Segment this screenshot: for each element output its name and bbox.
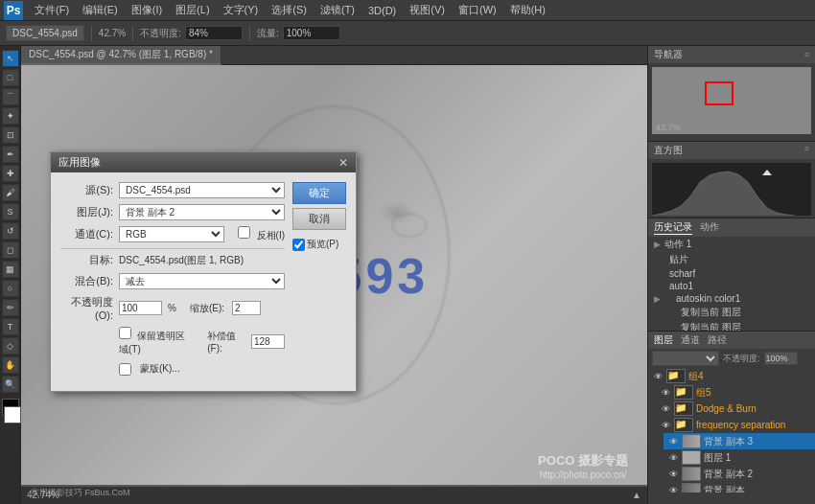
background-color[interactable] <box>4 406 21 424</box>
opacity-value-input[interactable] <box>119 301 162 315</box>
menu-layer[interactable]: 图层(L) <box>170 1 215 19</box>
layer-eye-bg3[interactable]: 👁 <box>667 436 679 447</box>
tool-history-brush[interactable]: ↺ <box>2 222 19 240</box>
watermark-line2: http://photo.poco.cn/ <box>538 470 628 480</box>
mask-checkbox[interactable] <box>119 363 131 376</box>
tool-shape[interactable]: ◇ <box>2 337 19 355</box>
menu-file[interactable]: 文件(F) <box>29 1 75 19</box>
toolbar-file[interactable]: DSC_4554.psd <box>6 25 84 41</box>
tool-dodge[interactable]: ○ <box>2 280 19 297</box>
action-tab[interactable]: 动作 <box>700 220 719 235</box>
layer-row-group5[interactable]: 👁 📁 组5 <box>656 384 815 401</box>
tool-heal[interactable]: ✚ <box>2 165 19 182</box>
tool-brush[interactable]: 🖌 <box>2 184 19 201</box>
tool-gradient[interactable]: ▦ <box>2 261 19 278</box>
menu-help[interactable]: 帮助(H) <box>504 1 551 19</box>
layer-thumb-bg2 <box>682 467 701 481</box>
svg-marker-4 <box>762 170 772 175</box>
preserve-checkbox[interactable] <box>119 327 131 339</box>
source-select[interactable]: DSC_4554.psd <box>119 182 285 198</box>
history-item-3[interactable]: auto1 <box>648 280 815 292</box>
file-tab[interactable]: DSC_4554.psd @ 42.7% (图层 1, RGB/8) * <box>21 46 221 65</box>
channels-tab[interactable]: 通道 <box>681 333 700 347</box>
layer-eye-group4[interactable]: 👁 <box>652 371 664 382</box>
layer-row-bg2[interactable]: 👁 背景 副本 2 <box>664 466 815 482</box>
tool-crop[interactable]: ⊡ <box>2 126 19 144</box>
preserve-label: 保留透明区域(T) <box>119 327 192 356</box>
navigator-panel: 导航器 ≡ 42.7% <box>648 46 815 142</box>
layer-row-bg3[interactable]: 👁 背景 副本 3 <box>664 433 815 449</box>
menu-window[interactable]: 窗口(W) <box>453 1 502 19</box>
history-tab[interactable]: 历史记录 <box>654 220 692 235</box>
layer-row-db[interactable]: 👁 📁 Dodge & Burn <box>656 401 815 417</box>
history-item-0[interactable]: ▶ 动作 1 <box>648 237 815 252</box>
preview-checkbox[interactable] <box>292 239 305 251</box>
blend-select[interactable]: 减去 <box>119 273 285 289</box>
histogram-canvas <box>652 163 811 216</box>
opacity-row: 不透明度(O): % 缩放(E): <box>60 295 285 321</box>
menu-filter[interactable]: 滤镜(T) <box>314 1 361 19</box>
dialog-close-button[interactable]: ✕ <box>338 156 348 170</box>
histogram-options[interactable]: ≡ <box>804 144 809 157</box>
history-item-5[interactable]: 复制当前 图层 <box>648 305 815 320</box>
dialog-buttons: 确定 取消 预览(P) <box>292 182 346 381</box>
layer-eye-bgcopy[interactable]: 👁 <box>667 485 679 493</box>
tool-magic-wand[interactable]: ✦ <box>2 107 19 125</box>
layer-row: 图层(J): 背景 副本 2 <box>60 204 285 220</box>
layers-header: 图层 通道 路径 <box>648 332 815 349</box>
layer-select[interactable]: 背景 副本 2 <box>119 204 285 220</box>
dialog-title[interactable]: 应用图像 ✕ <box>51 152 356 172</box>
blend-mode-select[interactable]: 正常 <box>652 351 719 366</box>
tool-move[interactable]: ↖ <box>2 50 19 67</box>
svg-point-2 <box>392 214 427 237</box>
paths-tab[interactable]: 路径 <box>708 333 727 347</box>
tool-pen[interactable]: ✏ <box>2 299 19 316</box>
flow-input[interactable] <box>283 26 340 40</box>
layer-name-db: Dodge & Burn <box>696 403 811 414</box>
history-item-4[interactable]: ▶ autoskin color1 <box>648 292 815 305</box>
layer-row-layer1[interactable]: 👁 图层 1 <box>664 449 815 466</box>
history-item-1[interactable]: 贴片 <box>648 252 815 267</box>
layer-eye-layer1[interactable]: 👁 <box>667 452 679 464</box>
history-item-2[interactable]: scharf <box>648 267 815 280</box>
layer-row-fs[interactable]: 👁 📁 frequency separation <box>656 417 815 433</box>
tool-eraser[interactable]: ◻ <box>2 241 19 259</box>
blend-row: 混合(B): 减去 <box>60 273 285 289</box>
opacity-input[interactable] <box>185 26 243 40</box>
watermarks: POCO 摄影专题 http://photo.poco.cn/ <box>538 452 628 480</box>
menu-view[interactable]: 视图(V) <box>404 1 451 19</box>
tool-text[interactable]: T <box>2 318 19 335</box>
menu-edit[interactable]: 编辑(E) <box>77 1 124 19</box>
tool-eyedropper[interactable]: ✒ <box>2 146 19 163</box>
menu-select[interactable]: 选择(S) <box>266 1 313 19</box>
channel-select[interactable]: RGB <box>119 226 224 242</box>
menu-image[interactable]: 图像(I) <box>126 1 168 19</box>
tool-lasso[interactable]: ⌒ <box>2 88 19 105</box>
dialog-ok-button[interactable]: 确定 <box>292 182 346 204</box>
layer-eye-db[interactable]: 👁 <box>660 403 671 415</box>
layer-eye-bg2[interactable]: 👁 <box>667 469 679 480</box>
history-item-6[interactable]: 复制当前 图层 <box>648 320 815 332</box>
tool-stamp[interactable]: S <box>2 203 19 220</box>
source-row: 源(S): DSC_4554.psd <box>60 182 285 198</box>
tool-hand[interactable]: ✋ <box>2 356 19 374</box>
menu-3d[interactable]: 3D(D) <box>362 3 402 18</box>
tool-zoom[interactable]: 🔍 <box>2 376 19 393</box>
dialog-cancel-button[interactable]: 取消 <box>292 208 346 230</box>
scale-input[interactable] <box>232 301 261 315</box>
history-label-4: autoskin color1 <box>676 293 740 304</box>
layers-tab[interactable]: 图层 <box>654 333 673 347</box>
navigator-options[interactable]: ≡ <box>804 50 809 59</box>
opacity-label: 不透明度: <box>140 27 181 40</box>
layer-row-group4[interactable]: 👁 📁 组4 <box>648 368 815 384</box>
preview-label: 预览(P) <box>307 238 338 251</box>
layer-row-bgcopy[interactable]: 👁 背景 副本 <box>664 482 815 493</box>
layer-eye-group5[interactable]: 👁 <box>660 387 671 399</box>
invert-checkbox[interactable] <box>238 226 250 239</box>
layer-opacity-input[interactable] <box>764 352 798 365</box>
history-label-5: 复制当前 图层 <box>681 306 741 319</box>
tool-selection[interactable]: □ <box>2 69 19 86</box>
menu-text[interactable]: 文字(Y) <box>218 1 265 19</box>
layer-eye-fs[interactable]: 👁 <box>660 420 671 431</box>
offset-input[interactable] <box>251 334 285 349</box>
